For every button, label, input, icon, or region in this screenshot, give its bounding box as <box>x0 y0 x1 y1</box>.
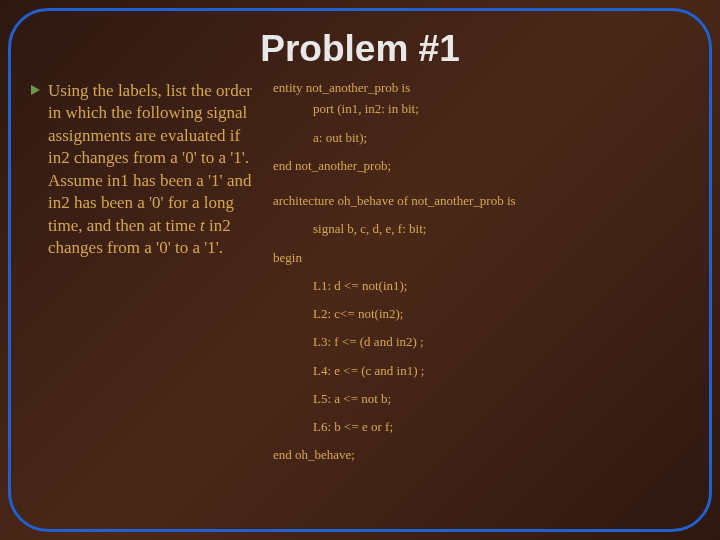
slide-frame <box>8 8 712 532</box>
